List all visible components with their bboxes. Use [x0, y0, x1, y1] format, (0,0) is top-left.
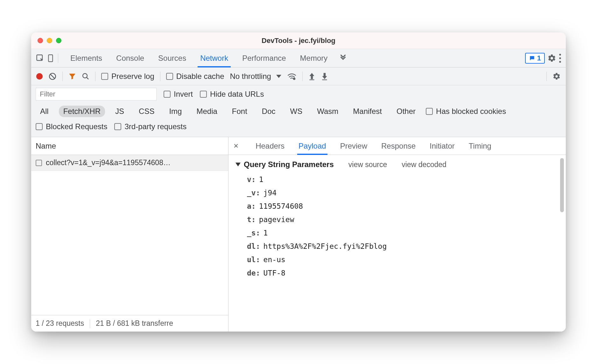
svg-point-2	[559, 54, 561, 56]
panel-tab-performance[interactable]: Performance	[241, 49, 287, 67]
issues-badge[interactable]: 1	[525, 53, 545, 64]
request-list-footer: 1 / 23 requests 21 B / 681 kB transferre	[31, 315, 228, 332]
disclosure-triangle-icon	[235, 163, 241, 166]
param-value: pageview	[259, 215, 294, 224]
param-key: dl:	[247, 242, 260, 250]
throttling-select[interactable]: No throttling	[230, 72, 281, 81]
request-list: collect?v=1&_v=j94&a=1195574608…	[31, 155, 228, 315]
disable-cache-label: Disable cache	[176, 72, 224, 81]
filter-funnel-icon[interactable]	[68, 73, 76, 80]
panel-tab-sources[interactable]: Sources	[157, 49, 187, 67]
view-source-link[interactable]: view source	[348, 160, 387, 169]
section-title-label: Query String Parameters	[244, 160, 334, 169]
separator	[160, 72, 160, 81]
param-row: t:pageview	[247, 213, 559, 226]
invert-checkbox[interactable]: Invert	[164, 90, 193, 99]
param-value: 1	[259, 175, 263, 184]
param-value: https%3A%2F%2Fjec.fyi%2Fblog	[263, 242, 387, 250]
type-filter-other[interactable]: Other	[392, 106, 420, 117]
type-filter-fetch-xhr[interactable]: Fetch/XHR	[59, 106, 105, 117]
has-blocked-cookies-checkbox[interactable]: Has blocked cookies	[426, 107, 506, 116]
separator	[546, 72, 547, 81]
third-party-checkbox[interactable]: 3rd-party requests	[114, 122, 186, 131]
scrollbar-thumb[interactable]	[560, 158, 564, 212]
type-filter-manifest[interactable]: Manifest	[348, 106, 386, 117]
param-row: v:1	[247, 173, 559, 186]
panel-tab-network[interactable]: Network	[199, 49, 229, 67]
param-key: t:	[247, 215, 256, 224]
request-list-header[interactable]: Name	[31, 137, 228, 155]
svg-point-3	[559, 57, 561, 59]
param-row: _v:j94	[247, 186, 559, 200]
request-name: collect?v=1&_v=j94&a=1195574608…	[46, 158, 171, 167]
type-filter-js[interactable]: JS	[111, 106, 129, 117]
param-key: _v:	[247, 189, 260, 197]
param-value: j94	[263, 189, 277, 197]
transfer-size: 21 B / 681 kB transferre	[96, 319, 173, 328]
inspect-element-icon[interactable]	[36, 54, 45, 63]
panel-tab-elements[interactable]: Elements	[69, 49, 103, 67]
type-filter-wasm[interactable]: Wasm	[313, 106, 343, 117]
view-decoded-link[interactable]: view decoded	[402, 160, 446, 169]
separator	[62, 72, 63, 81]
network-conditions-icon[interactable]	[287, 72, 297, 80]
checkbox-icon	[164, 91, 171, 98]
detail-tab-headers[interactable]: Headers	[256, 137, 284, 155]
network-settings-gear-icon[interactable]	[552, 72, 561, 80]
detail-tab-response[interactable]: Response	[381, 137, 416, 155]
svg-point-7	[293, 77, 296, 80]
record-button[interactable]	[36, 73, 43, 80]
settings-gear-icon[interactable]	[547, 54, 556, 63]
separator	[302, 72, 303, 81]
param-value: 1	[263, 229, 268, 237]
blocked-requests-checkbox[interactable]: Blocked Requests	[36, 122, 107, 131]
svg-rect-8	[309, 79, 314, 80]
param-row: a:1195574608	[247, 200, 559, 213]
has-blocked-cookies-label: Has blocked cookies	[436, 107, 506, 116]
type-filter-img[interactable]: Img	[165, 106, 186, 117]
issues-count: 1	[537, 54, 541, 62]
type-filter-media[interactable]: Media	[192, 106, 221, 117]
detail-tab-preview[interactable]: Preview	[340, 137, 367, 155]
more-tabs-icon[interactable]	[339, 54, 347, 62]
detail-tabstrip: × HeadersPayloadPreviewResponseInitiator…	[228, 137, 566, 155]
chevron-down-icon	[276, 75, 281, 78]
type-filter-font[interactable]: Font	[228, 106, 252, 117]
upload-har-icon[interactable]	[308, 72, 315, 80]
checkbox-icon	[36, 123, 43, 130]
disable-cache-checkbox[interactable]: Disable cache	[166, 72, 224, 81]
separator	[58, 53, 58, 63]
panel-tabstrip: ElementsConsoleSourcesNetworkPerformance…	[31, 49, 566, 67]
blocked-requests-label: Blocked Requests	[46, 122, 107, 131]
kebab-menu-icon[interactable]	[559, 54, 561, 63]
param-row: _s:1	[247, 226, 559, 240]
type-filter-ws[interactable]: WS	[286, 106, 307, 117]
filter-input[interactable]	[36, 88, 157, 101]
query-params-section-header[interactable]: Query String Parameters view source view…	[235, 160, 559, 169]
clear-icon[interactable]	[48, 72, 57, 80]
panel-tab-console[interactable]: Console	[115, 49, 145, 67]
type-filter-css[interactable]: CSS	[134, 106, 159, 117]
request-row[interactable]: collect?v=1&_v=j94&a=1195574608…	[31, 155, 228, 171]
device-toolbar-icon[interactable]	[47, 54, 55, 63]
panel-tab-memory[interactable]: Memory	[299, 49, 329, 67]
detail-tab-timing[interactable]: Timing	[469, 137, 491, 155]
type-filter-doc[interactable]: Doc	[257, 106, 280, 117]
svg-point-6	[83, 74, 87, 78]
preserve-log-checkbox[interactable]: Preserve log	[101, 72, 154, 81]
hide-data-urls-checkbox[interactable]: Hide data URLs	[200, 90, 264, 99]
detail-tab-payload[interactable]: Payload	[298, 137, 326, 155]
detail-body: Query String Parameters view source view…	[228, 155, 566, 332]
search-icon[interactable]	[82, 73, 89, 80]
type-filter-all[interactable]: All	[36, 106, 53, 117]
download-har-icon[interactable]	[321, 72, 328, 80]
preserve-log-label: Preserve log	[111, 72, 154, 81]
separator	[95, 72, 95, 81]
param-key: a:	[247, 202, 256, 210]
close-detail-icon[interactable]: ×	[234, 141, 238, 151]
detail-tab-initiator[interactable]: Initiator	[430, 137, 455, 155]
checkbox-icon	[200, 91, 207, 98]
param-row: ul:en-us	[247, 253, 559, 266]
main-split: Name collect?v=1&_v=j94&a=1195574608… 1 …	[31, 137, 566, 332]
checkbox-icon	[36, 160, 42, 166]
